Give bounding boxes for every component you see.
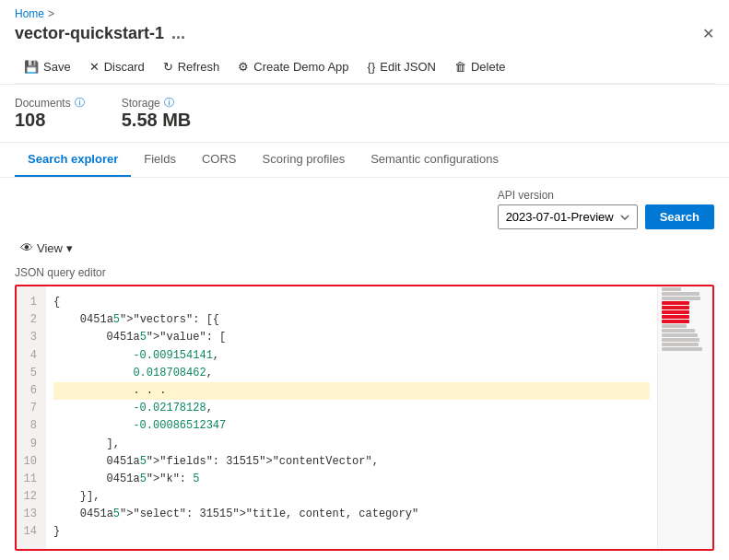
edit-json-icon: {} bbox=[368, 60, 376, 74]
storage-value: 5.58 MB bbox=[122, 110, 192, 131]
tab-cors[interactable]: CORS bbox=[189, 143, 250, 177]
documents-label: Documents bbox=[15, 97, 71, 110]
breadcrumb-separator: > bbox=[48, 7, 54, 20]
edit-json-button[interactable]: {} Edit JSON bbox=[359, 56, 445, 77]
create-demo-button[interactable]: ⚙ Create Demo App bbox=[229, 56, 358, 77]
stats-row: Documents ⓘ 108 Storage ⓘ 5.58 MB bbox=[0, 85, 729, 143]
breadcrumb-home[interactable]: Home bbox=[15, 7, 44, 20]
api-row: API version 2023-07-01-Preview2021-04-30… bbox=[15, 189, 714, 229]
refresh-button[interactable]: ↻ Refresh bbox=[154, 56, 229, 77]
save-label: Save bbox=[43, 60, 71, 74]
edit-json-label: Edit JSON bbox=[380, 60, 436, 74]
create-demo-icon: ⚙ bbox=[238, 60, 249, 74]
save-button[interactable]: 💾 Save bbox=[15, 56, 80, 77]
delete-icon: 🗑 bbox=[454, 60, 466, 74]
refresh-icon: ↻ bbox=[163, 60, 173, 74]
delete-button[interactable]: 🗑 Delete bbox=[445, 56, 515, 77]
refresh-label: Refresh bbox=[178, 60, 220, 74]
page-title: vector-quickstart-1 ... bbox=[15, 24, 185, 43]
eye-icon: 👁 bbox=[20, 240, 33, 255]
discard-button[interactable]: ✕ Discard bbox=[80, 56, 154, 77]
api-version-label: API version bbox=[498, 189, 638, 202]
minimap bbox=[657, 286, 712, 549]
api-version-group: API version 2023-07-01-Preview2021-04-30… bbox=[498, 189, 638, 229]
code-content[interactable]: { 0451a5">"vectors": [{ 0451a5">"value":… bbox=[46, 286, 657, 549]
storage-info-icon[interactable]: ⓘ bbox=[164, 96, 174, 110]
chevron-down-icon: ▾ bbox=[66, 241, 73, 255]
tab-fields[interactable]: Fields bbox=[131, 143, 189, 177]
breadcrumb: Home > bbox=[15, 7, 714, 20]
tabs: Search explorerFieldsCORSScoring profile… bbox=[0, 143, 729, 178]
search-button[interactable]: Search bbox=[645, 204, 714, 229]
page-title-text: vector-quickstart-1 bbox=[15, 24, 164, 43]
storage-stat: Storage ⓘ 5.58 MB bbox=[122, 96, 192, 131]
view-button[interactable]: 👁 View ▾ bbox=[15, 237, 78, 259]
tab-scoring-profiles[interactable]: Scoring profiles bbox=[250, 143, 359, 177]
toolbar: 💾 Save ✕ Discard ↻ Refresh ⚙ Create Demo… bbox=[15, 51, 714, 84]
view-row: 👁 View ▾ bbox=[15, 237, 714, 259]
documents-stat: Documents ⓘ 108 bbox=[15, 96, 85, 131]
page-title-row: vector-quickstart-1 ... ✕ bbox=[15, 24, 714, 43]
documents-value: 108 bbox=[15, 110, 85, 131]
tab-semantic-configurations[interactable]: Semantic configurations bbox=[358, 143, 511, 177]
discard-icon: ✕ bbox=[89, 60, 100, 74]
view-label: View bbox=[37, 241, 63, 255]
json-editor[interactable]: 1234567891011121314 { 0451a5">"vectors":… bbox=[15, 285, 714, 551]
line-numbers: 1234567891011121314 bbox=[17, 286, 46, 549]
content-area: API version 2023-07-01-Preview2021-04-30… bbox=[0, 178, 729, 560]
close-button[interactable]: ✕ bbox=[702, 25, 714, 42]
api-version-select[interactable]: 2023-07-01-Preview2021-04-30-Preview2020… bbox=[498, 204, 638, 229]
save-icon: 💾 bbox=[24, 60, 39, 74]
top-bar: Home > vector-quickstart-1 ... ✕ 💾 Save … bbox=[0, 0, 729, 85]
storage-label: Storage bbox=[122, 97, 160, 110]
api-version-select-wrapper: 2023-07-01-Preview2021-04-30-Preview2020… bbox=[498, 204, 638, 229]
page-options-icon[interactable]: ... bbox=[171, 24, 185, 43]
editor-label: JSON query editor bbox=[15, 266, 714, 279]
documents-info-icon[interactable]: ⓘ bbox=[75, 96, 85, 110]
tab-search-explorer[interactable]: Search explorer bbox=[15, 143, 131, 177]
delete-label: Delete bbox=[471, 60, 506, 74]
create-demo-label: Create Demo App bbox=[253, 60, 348, 74]
discard-label: Discard bbox=[104, 60, 145, 74]
